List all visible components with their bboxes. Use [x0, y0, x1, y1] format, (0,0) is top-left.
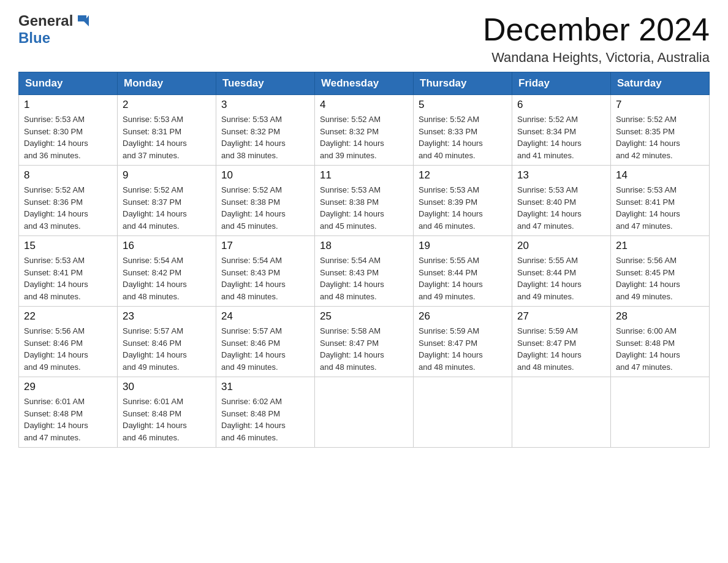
day-number: 1	[24, 99, 112, 111]
day-info: Sunrise: 5:54 AM Sunset: 8:42 PM Dayligh…	[123, 255, 211, 302]
day-info: Sunrise: 5:54 AM Sunset: 8:43 PM Dayligh…	[221, 255, 309, 302]
col-monday: Monday	[118, 72, 216, 95]
calendar-subtitle: Wandana Heights, Victoria, Australia	[483, 50, 710, 66]
day-number: 8	[24, 169, 112, 182]
day-info: Sunrise: 5:53 AM Sunset: 8:41 PM Dayligh…	[616, 184, 704, 232]
logo-blue-text: Blue	[18, 29, 50, 46]
day-info: Sunrise: 5:55 AM Sunset: 8:44 PM Dayligh…	[517, 255, 605, 302]
calendar-cell: 12 Sunrise: 5:53 AM Sunset: 8:39 PM Dayl…	[414, 166, 512, 236]
day-info: Sunrise: 5:53 AM Sunset: 8:31 PM Dayligh…	[123, 113, 211, 161]
calendar-cell: 1 Sunrise: 5:53 AM Sunset: 8:30 PM Dayli…	[19, 95, 118, 166]
calendar-cell: 28 Sunrise: 6:00 AM Sunset: 8:48 PM Dayl…	[611, 307, 710, 377]
col-thursday: Thursday	[414, 72, 512, 95]
day-info: Sunrise: 5:53 AM Sunset: 8:39 PM Dayligh…	[419, 184, 507, 232]
day-number: 23	[123, 310, 211, 323]
calendar-table: Sunday Monday Tuesday Wednesday Thursday…	[18, 72, 710, 448]
day-number: 17	[221, 240, 309, 252]
day-number: 31	[221, 381, 309, 393]
day-info: Sunrise: 5:55 AM Sunset: 8:44 PM Dayligh…	[419, 255, 507, 302]
calendar-cell: 5 Sunrise: 5:52 AM Sunset: 8:33 PM Dayli…	[414, 95, 512, 166]
calendar-cell: 13 Sunrise: 5:53 AM Sunset: 8:40 PM Dayl…	[512, 166, 611, 236]
day-number: 12	[419, 169, 507, 182]
calendar-cell: 19 Sunrise: 5:55 AM Sunset: 8:44 PM Dayl…	[414, 236, 512, 307]
day-number: 27	[517, 310, 605, 323]
day-number: 28	[616, 310, 704, 323]
calendar-week-row-3: 15 Sunrise: 5:53 AM Sunset: 8:41 PM Dayl…	[19, 236, 710, 307]
col-wednesday: Wednesday	[315, 72, 414, 95]
calendar-cell: 25 Sunrise: 5:58 AM Sunset: 8:47 PM Dayl…	[315, 307, 414, 377]
day-info: Sunrise: 5:57 AM Sunset: 8:46 PM Dayligh…	[123, 325, 211, 373]
day-info: Sunrise: 6:00 AM Sunset: 8:48 PM Dayligh…	[616, 325, 704, 373]
day-number: 2	[123, 99, 211, 111]
calendar-cell: 27 Sunrise: 5:59 AM Sunset: 8:47 PM Dayl…	[512, 307, 611, 377]
day-number: 29	[24, 381, 112, 393]
calendar-title: December 2024	[483, 12, 710, 47]
day-number: 7	[616, 99, 704, 111]
title-block: December 2024 Wandana Heights, Victoria,…	[483, 12, 710, 66]
day-number: 16	[123, 240, 211, 252]
calendar-cell: 14 Sunrise: 5:53 AM Sunset: 8:41 PM Dayl…	[611, 166, 710, 236]
col-tuesday: Tuesday	[216, 72, 315, 95]
calendar-cell: 29 Sunrise: 6:01 AM Sunset: 8:48 PM Dayl…	[19, 377, 118, 448]
day-info: Sunrise: 5:53 AM Sunset: 8:41 PM Dayligh…	[24, 255, 112, 302]
day-info: Sunrise: 5:52 AM Sunset: 8:32 PM Dayligh…	[320, 113, 408, 161]
day-number: 9	[123, 169, 211, 182]
day-info: Sunrise: 5:56 AM Sunset: 8:46 PM Dayligh…	[24, 325, 112, 373]
day-number: 18	[320, 240, 408, 252]
day-info: Sunrise: 5:53 AM Sunset: 8:38 PM Dayligh…	[320, 184, 408, 232]
logo-flag-icon	[75, 13, 89, 29]
day-number: 20	[517, 240, 605, 252]
day-number: 3	[221, 99, 309, 111]
calendar-cell: 10 Sunrise: 5:52 AM Sunset: 8:38 PM Dayl…	[216, 166, 315, 236]
day-number: 15	[24, 240, 112, 252]
calendar-cell	[512, 377, 611, 448]
day-number: 4	[320, 99, 408, 111]
calendar-cell: 26 Sunrise: 5:59 AM Sunset: 8:47 PM Dayl…	[414, 307, 512, 377]
day-number: 11	[320, 169, 408, 182]
day-info: Sunrise: 5:54 AM Sunset: 8:43 PM Dayligh…	[320, 255, 408, 302]
calendar-cell: 31 Sunrise: 6:02 AM Sunset: 8:48 PM Dayl…	[216, 377, 315, 448]
day-info: Sunrise: 5:58 AM Sunset: 8:47 PM Dayligh…	[320, 325, 408, 373]
calendar-cell: 18 Sunrise: 5:54 AM Sunset: 8:43 PM Dayl…	[315, 236, 414, 307]
day-info: Sunrise: 5:52 AM Sunset: 8:36 PM Dayligh…	[24, 184, 112, 232]
day-info: Sunrise: 6:02 AM Sunset: 8:48 PM Dayligh…	[221, 396, 309, 443]
calendar-week-row-1: 1 Sunrise: 5:53 AM Sunset: 8:30 PM Dayli…	[19, 95, 710, 166]
day-info: Sunrise: 5:52 AM Sunset: 8:35 PM Dayligh…	[616, 113, 704, 161]
logo-general-text: General	[18, 12, 73, 29]
calendar-week-row-5: 29 Sunrise: 6:01 AM Sunset: 8:48 PM Dayl…	[19, 377, 710, 448]
day-info: Sunrise: 5:53 AM Sunset: 8:32 PM Dayligh…	[221, 113, 309, 161]
day-number: 13	[517, 169, 605, 182]
col-sunday: Sunday	[19, 72, 118, 95]
day-info: Sunrise: 5:52 AM Sunset: 8:34 PM Dayligh…	[517, 113, 605, 161]
day-number: 25	[320, 310, 408, 323]
day-info: Sunrise: 5:53 AM Sunset: 8:30 PM Dayligh…	[24, 113, 112, 161]
day-info: Sunrise: 5:59 AM Sunset: 8:47 PM Dayligh…	[517, 325, 605, 373]
calendar-cell: 2 Sunrise: 5:53 AM Sunset: 8:31 PM Dayli…	[118, 95, 216, 166]
day-info: Sunrise: 6:01 AM Sunset: 8:48 PM Dayligh…	[24, 396, 112, 443]
calendar-header-row: Sunday Monday Tuesday Wednesday Thursday…	[19, 72, 710, 95]
day-info: Sunrise: 5:52 AM Sunset: 8:38 PM Dayligh…	[221, 184, 309, 232]
day-number: 24	[221, 310, 309, 323]
calendar-cell: 7 Sunrise: 5:52 AM Sunset: 8:35 PM Dayli…	[611, 95, 710, 166]
calendar-cell: 6 Sunrise: 5:52 AM Sunset: 8:34 PM Dayli…	[512, 95, 611, 166]
calendar-week-row-4: 22 Sunrise: 5:56 AM Sunset: 8:46 PM Dayl…	[19, 307, 710, 377]
day-number: 26	[419, 310, 507, 323]
day-info: Sunrise: 6:01 AM Sunset: 8:48 PM Dayligh…	[123, 396, 211, 443]
calendar-cell: 8 Sunrise: 5:52 AM Sunset: 8:36 PM Dayli…	[19, 166, 118, 236]
calendar-cell: 21 Sunrise: 5:56 AM Sunset: 8:45 PM Dayl…	[611, 236, 710, 307]
day-number: 19	[419, 240, 507, 252]
calendar-cell: 17 Sunrise: 5:54 AM Sunset: 8:43 PM Dayl…	[216, 236, 315, 307]
calendar-cell	[611, 377, 710, 448]
day-number: 10	[221, 169, 309, 182]
day-info: Sunrise: 5:57 AM Sunset: 8:46 PM Dayligh…	[221, 325, 309, 373]
calendar-cell: 16 Sunrise: 5:54 AM Sunset: 8:42 PM Dayl…	[118, 236, 216, 307]
calendar-week-row-2: 8 Sunrise: 5:52 AM Sunset: 8:36 PM Dayli…	[19, 166, 710, 236]
day-number: 14	[616, 169, 704, 182]
day-number: 22	[24, 310, 112, 323]
day-info: Sunrise: 5:56 AM Sunset: 8:45 PM Dayligh…	[616, 255, 704, 302]
col-friday: Friday	[512, 72, 611, 95]
calendar-cell: 20 Sunrise: 5:55 AM Sunset: 8:44 PM Dayl…	[512, 236, 611, 307]
day-number: 5	[419, 99, 507, 111]
calendar-cell	[315, 377, 414, 448]
calendar-cell: 22 Sunrise: 5:56 AM Sunset: 8:46 PM Dayl…	[19, 307, 118, 377]
